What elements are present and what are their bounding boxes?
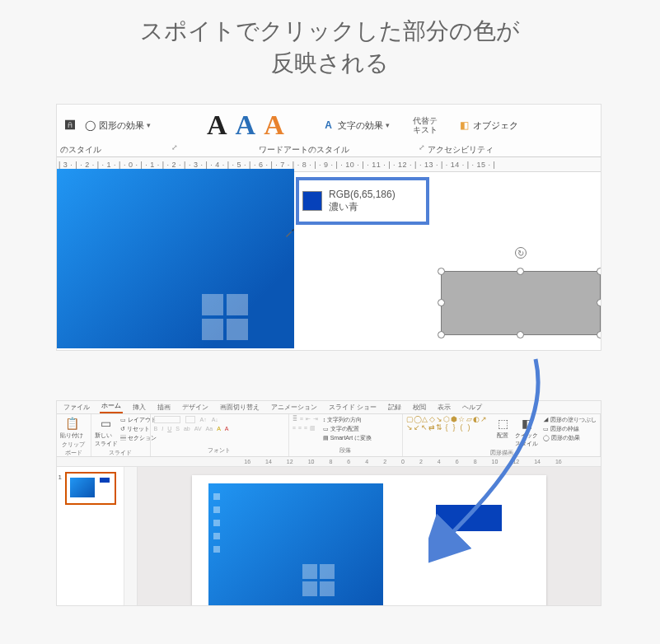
wordart-gallery[interactable]: A A A bbox=[207, 111, 284, 139]
letter-a-icon[interactable]: 🅰 bbox=[63, 119, 77, 132]
columns-button[interactable]: ▥ bbox=[310, 425, 316, 432]
text-direction-button[interactable]: ↕ 文字列の方向 bbox=[323, 416, 372, 424]
align-text-button[interactable]: ▭ 文字の配置 bbox=[323, 425, 372, 433]
new-slide-button[interactable]: ▭ 新しい スライド bbox=[95, 416, 118, 448]
desktop-icons bbox=[213, 493, 220, 553]
group-label-accessibility: アクセシビリティ bbox=[428, 144, 494, 156]
tab-help[interactable]: ヘルプ bbox=[461, 401, 484, 413]
slide-thumbnail-1[interactable]: 1 bbox=[65, 472, 116, 505]
tab-transitions[interactable]: 画面切り替え bbox=[218, 401, 261, 413]
spacing-button[interactable]: AV bbox=[194, 426, 202, 432]
convert-smartart-button[interactable]: ▤ SmartArt に変換 bbox=[323, 434, 372, 442]
quick-styles-label: クイック スタイル bbox=[515, 432, 538, 448]
page-title-line2: 反映される bbox=[271, 50, 389, 76]
align-right-button[interactable]: ≡ bbox=[304, 425, 307, 432]
shape-effects-button[interactable]: ◯ 図形の効果 ▾ bbox=[83, 119, 151, 132]
shape-effects-button[interactable]: ◯ 図形の効果 bbox=[543, 434, 597, 442]
align-center-button[interactable]: ≡ bbox=[298, 425, 302, 432]
change-case-button[interactable]: Aa bbox=[206, 426, 213, 432]
ruler-mark: 16 bbox=[555, 459, 562, 464]
tooltip-text: RGB(6,65,186) 濃い青 bbox=[329, 189, 396, 214]
slide-thumbnail-panel[interactable]: 1 bbox=[57, 467, 124, 606]
resize-handle-bl[interactable] bbox=[438, 331, 445, 338]
grow-font-button[interactable]: A↑ bbox=[200, 417, 207, 422]
paste-button[interactable]: 📋 貼り付け bbox=[60, 416, 83, 440]
tab-slideshow[interactable]: スライド ショー bbox=[327, 401, 378, 413]
tab-view[interactable]: 表示 bbox=[436, 401, 452, 413]
resize-handle-tr[interactable] bbox=[597, 268, 601, 275]
bold-button[interactable]: B bbox=[154, 426, 158, 432]
group-label-clipboard: クリップボード bbox=[60, 440, 87, 457]
resize-handle-br[interactable] bbox=[597, 331, 601, 338]
resize-handle-tl[interactable] bbox=[438, 268, 445, 275]
object-select-label: オブジェク bbox=[473, 119, 518, 132]
resize-handle-b[interactable] bbox=[517, 331, 524, 338]
shapes-gallery[interactable]: ▢◯△◇↘⬡⬢☆▱◐ ↗↘↙↖⇄⇅{}() bbox=[406, 416, 490, 432]
thumbnail-shape bbox=[100, 478, 110, 483]
alt-text-button[interactable]: 代替テ キスト bbox=[413, 116, 438, 134]
result-rectangle-shape[interactable] bbox=[436, 505, 502, 531]
tab-animations[interactable]: アニメーション bbox=[269, 401, 319, 413]
dialog-launcher-icon[interactable]: ⤢ bbox=[419, 143, 425, 152]
indent-dec-button[interactable]: ⇤ bbox=[306, 416, 311, 422]
tab-design[interactable]: デザイン bbox=[180, 401, 210, 413]
text-effects-icon: A bbox=[322, 119, 335, 132]
strike-button[interactable]: S bbox=[176, 426, 180, 432]
numbering-button[interactable]: ≡ bbox=[300, 416, 303, 422]
chevron-down-icon: ▾ bbox=[147, 121, 151, 129]
slide-canvas[interactable]: RGB(6,65,186) 濃い青 ↻ bbox=[57, 172, 601, 351]
shape-outline-button[interactable]: ▭ 図形の枠線 bbox=[543, 425, 597, 433]
group-label-font: フォント bbox=[154, 446, 285, 455]
ruler-mark: 8 bbox=[474, 459, 477, 464]
tab-review[interactable]: 校閲 bbox=[411, 401, 428, 413]
wordart-style-black[interactable]: A bbox=[207, 111, 227, 139]
resize-handle-t[interactable] bbox=[517, 268, 524, 275]
tab-insert[interactable]: 挿入 bbox=[131, 401, 147, 413]
quick-styles-icon: ◧ bbox=[519, 416, 534, 431]
font-family-combo[interactable] bbox=[154, 416, 180, 423]
selected-shape-rectangle[interactable]: ↻ bbox=[441, 271, 601, 335]
images-container: 🅰 ◯ 図形の効果 ▾ A A A A 文字の効果 ▾ 代替テ キスト bbox=[0, 104, 660, 639]
ruler-mark: 8 bbox=[329, 459, 332, 464]
shape-fill-button[interactable]: ◢ 図形の塗りつぶし bbox=[543, 416, 597, 424]
chevron-down-icon: ▾ bbox=[386, 121, 390, 129]
tab-home[interactable]: ホーム bbox=[100, 400, 123, 413]
tab-record[interactable]: 記録 bbox=[386, 401, 403, 413]
bullets-button[interactable]: ≣ bbox=[293, 416, 297, 422]
tab-file[interactable]: ファイル bbox=[62, 401, 91, 413]
wordart-style-orange[interactable]: A bbox=[264, 111, 284, 139]
slide-page[interactable] bbox=[192, 475, 546, 606]
ruler-mark: 14 bbox=[265, 459, 272, 464]
ruler-mark: 4 bbox=[438, 459, 441, 464]
shrink-font-button[interactable]: A↓ bbox=[212, 417, 218, 422]
font-size-combo[interactable] bbox=[185, 416, 195, 423]
italic-button[interactable]: I bbox=[161, 426, 163, 432]
font-color-button[interactable]: A bbox=[225, 426, 229, 432]
screenshot-result: ファイル ホーム 挿入 描画 デザイン 画面切り替え アニメーション スライド … bbox=[56, 400, 601, 606]
vertical-ruler bbox=[124, 467, 138, 606]
arrange-button[interactable]: ⬚ 配置 bbox=[495, 416, 510, 440]
page-title: スポイトでクリックした部分の色が 反映される bbox=[0, 0, 660, 104]
tab-draw[interactable]: 描画 bbox=[156, 401, 172, 413]
rotation-handle[interactable]: ↻ bbox=[515, 247, 527, 259]
tooltip-rgb-value: RGB(6,65,186) bbox=[329, 189, 396, 202]
group-label-slides: スライド bbox=[95, 448, 147, 457]
slide-canvas-area[interactable] bbox=[138, 467, 601, 606]
resize-handle-l[interactable] bbox=[438, 299, 445, 306]
new-slide-icon: ▭ bbox=[99, 416, 114, 431]
ruler-mark: 2 bbox=[383, 459, 386, 464]
resize-handle-r[interactable] bbox=[597, 299, 601, 306]
dialog-launcher-icon[interactable]: ⤢ bbox=[171, 143, 178, 152]
ribbon-group-labels: のスタイル ⤢ ワードアートのスタイル ⤢ アクセシビリティ bbox=[57, 142, 601, 157]
highlight-button[interactable]: A bbox=[217, 426, 221, 432]
ribbon-tab-bar: ファイル ホーム 挿入 描画 デザイン 画面切り替え アニメーション スライド … bbox=[57, 401, 601, 414]
text-effects-button[interactable]: A 文字の効果 ▾ bbox=[322, 119, 390, 132]
group-label-drawing: 図形描画 bbox=[406, 448, 597, 457]
wordart-style-blue[interactable]: A bbox=[236, 111, 256, 139]
underline-button[interactable]: U bbox=[167, 426, 171, 432]
align-left-button[interactable]: ≡ bbox=[293, 425, 296, 432]
object-select-button[interactable]: ◧ オブジェク bbox=[454, 116, 522, 134]
quick-styles-button[interactable]: ◧ クイック スタイル bbox=[515, 416, 538, 448]
indent-inc-button[interactable]: ⇥ bbox=[313, 416, 318, 422]
shadow-button[interactable]: ab bbox=[184, 426, 190, 432]
